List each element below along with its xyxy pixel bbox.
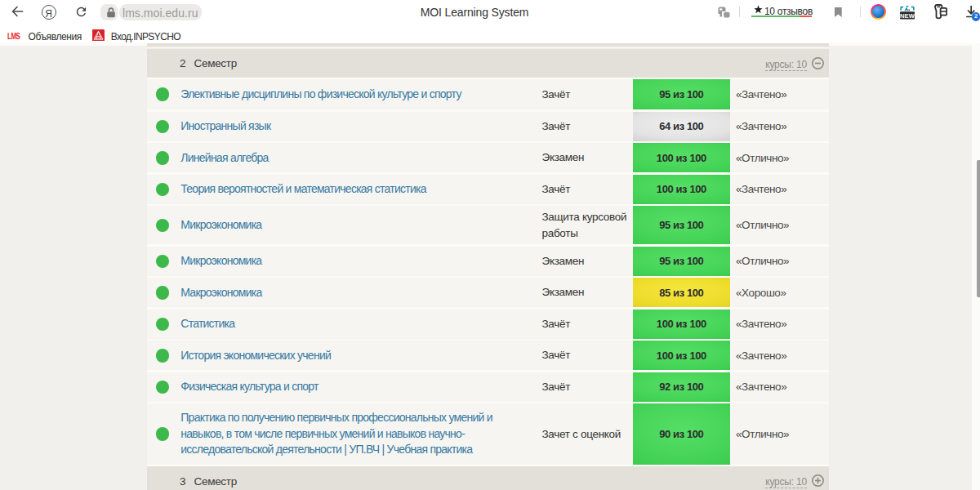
svg-text:NEW: NEW bbox=[900, 11, 915, 19]
